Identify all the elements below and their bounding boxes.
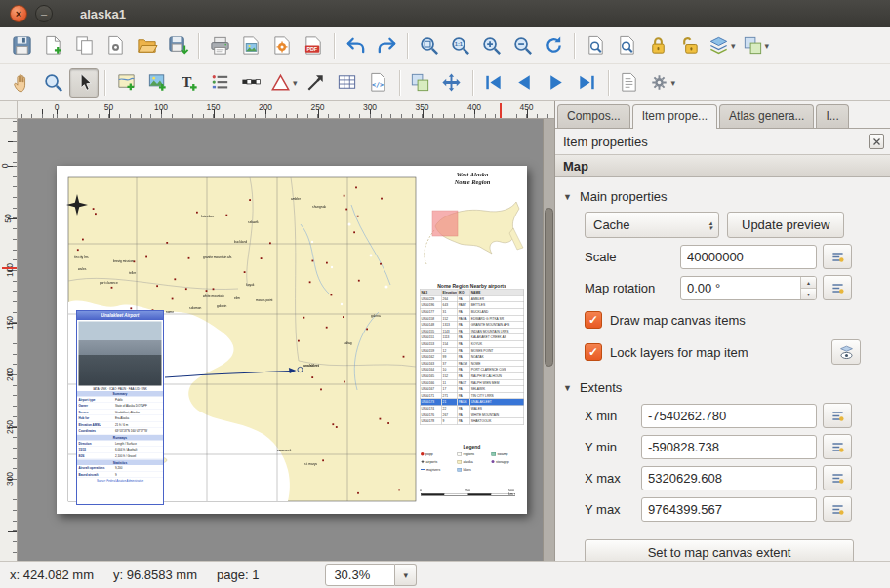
toolbar-separator	[574, 33, 575, 59]
print-button[interactable]	[205, 31, 234, 60]
move-item-content-button[interactable]	[437, 68, 466, 98]
canvas-vertical-scrollbar[interactable]	[543, 119, 554, 561]
cache-combo[interactable]: Cache ▴▾	[585, 212, 719, 238]
airports-table-frame[interactable]: Nome Region Nearby airports NA3Elevation…	[420, 283, 524, 440]
zoom-level-combo[interactable]: 30.3% ▾	[325, 564, 417, 586]
unlock-items-button[interactable]	[674, 31, 704, 60]
zoom-region-button[interactable]	[581, 31, 610, 60]
legend-item[interactable]: Legend poppairportsmajriversregionsalask…	[419, 444, 525, 487]
atlas-next-feature-button[interactable]	[542, 68, 571, 98]
legend-swatch-icon	[491, 460, 494, 463]
add-image-button[interactable]	[142, 68, 172, 98]
save-as-template-button[interactable]	[163, 31, 192, 60]
composer-canvas[interactable]: West Alaska Nome Region Nome Region Near…	[18, 119, 554, 561]
add-label-button[interactable]: T	[174, 68, 203, 98]
rotation-data-defined-button[interactable]	[823, 275, 852, 300]
draw-map-canvas-items-checkbox[interactable]: ✓ Draw map canvas items	[585, 311, 861, 329]
toolbar-separator	[399, 70, 400, 96]
panel-close-button[interactable]	[869, 134, 884, 149]
lock-items-button[interactable]	[643, 31, 672, 60]
close-button[interactable]: ×	[10, 5, 27, 22]
add-legend-button[interactable]	[205, 68, 234, 98]
export-svg-button[interactable]	[267, 31, 297, 60]
composer-toolbar: PDF1:1▾▾	[0, 27, 890, 64]
new-composition-button[interactable]	[38, 31, 67, 60]
zoom-tool-button[interactable]	[38, 68, 67, 98]
add-arrow-button[interactable]	[302, 68, 331, 98]
inset-infobox-item[interactable]: Unalakleet Airport IATA: UNK · ICAO: PAU…	[76, 310, 164, 505]
xmin-input[interactable]	[641, 404, 817, 428]
checkbox-checked[interactable]: ✓	[585, 343, 602, 361]
xmax-input[interactable]	[641, 466, 817, 490]
spin-up-icon[interactable]: ▴	[801, 277, 816, 289]
airports-table-title: Nome Region Nearby airports	[420, 283, 524, 289]
rotation-spinbox[interactable]: 0.00 ° ▴▾	[680, 276, 817, 300]
scalebar-item[interactable]: 0 250 500 km	[421, 489, 518, 496]
raise-items-button[interactable]: ▾	[706, 31, 738, 60]
scale-input[interactable]	[680, 245, 817, 269]
add-shape-button[interactable]: ▾	[267, 68, 300, 98]
zoom-dropdown-icon[interactable]: ▾	[395, 564, 417, 586]
update-preview-button[interactable]: Update preview	[727, 212, 844, 238]
composition-manager-button[interactable]	[101, 31, 130, 60]
export-image-button[interactable]	[236, 31, 265, 60]
pan-tool-button[interactable]	[7, 68, 36, 98]
map-title[interactable]: West Alaska Nome Region	[421, 171, 524, 186]
load-template-button[interactable]	[132, 31, 161, 60]
duplicate-composition-button[interactable]	[69, 31, 99, 60]
export-pdf-button[interactable]: PDF	[299, 31, 328, 60]
tab-items[interactable]: I...	[816, 104, 848, 128]
ymin-data-defined-button[interactable]	[823, 434, 852, 459]
tab-atlas-generation[interactable]: Atlas genera...	[719, 104, 814, 128]
refresh-view-button[interactable]	[539, 31, 568, 60]
ymin-input[interactable]	[641, 435, 817, 459]
ymax-input[interactable]	[641, 497, 817, 522]
tab-composition[interactable]: Compos...	[557, 104, 630, 128]
atlas-last-feature-button[interactable]	[573, 68, 602, 98]
main-properties-collapser[interactable]: ▼ Main properties	[563, 189, 890, 204]
atlas-settings-button[interactable]: ▾	[646, 68, 678, 98]
ymax-data-defined-button[interactable]	[823, 496, 852, 522]
composition-page[interactable]: West Alaska Nome Region Nome Region Near…	[57, 166, 527, 514]
atlas-preview-button[interactable]	[615, 68, 644, 98]
zoom-last-button[interactable]	[612, 31, 641, 60]
save-project-button[interactable]	[7, 31, 36, 60]
align-items-button[interactable]: ▾	[740, 31, 772, 60]
add-attribute-table-button[interactable]	[333, 68, 362, 98]
ruler-number: 150	[206, 102, 220, 112]
legend-swatch-icon	[458, 468, 463, 472]
map-city-label: port clarence	[100, 281, 118, 285]
toolbar-separator	[198, 33, 199, 59]
extents-collapser[interactable]: ▼ Extents	[563, 380, 890, 395]
set-map-canvas-extent-button[interactable]: Set to map canvas extent	[585, 539, 854, 561]
collapse-triangle-icon: ▼	[563, 383, 572, 393]
zoom-actual-size-button[interactable]: 1:1	[445, 31, 474, 60]
redo-button[interactable]	[372, 31, 401, 60]
overview-map-item[interactable]	[425, 202, 523, 264]
atlas-previous-feature-button[interactable]	[510, 68, 540, 98]
scrollbar-thumb[interactable]	[545, 208, 553, 367]
minimize-button[interactable]: –	[35, 5, 53, 22]
airports-table-row: US0017321PAUNUNALAKLEET	[420, 399, 524, 406]
xmin-data-defined-button[interactable]	[823, 403, 852, 428]
layer-visibility-button[interactable]	[831, 339, 861, 365]
spin-down-icon[interactable]: ▾	[801, 289, 816, 299]
scale-data-defined-button[interactable]	[823, 244, 852, 269]
map-city-label: tin city lrrs	[74, 255, 89, 259]
select-move-item-button[interactable]	[69, 68, 99, 98]
undo-button[interactable]	[341, 31, 370, 60]
xmax-data-defined-button[interactable]	[823, 465, 852, 490]
zoom-in-button[interactable]	[476, 31, 506, 60]
zoom-full-button[interactable]	[414, 31, 443, 60]
add-scalebar-button[interactable]	[236, 68, 265, 98]
add-html-frame-button[interactable]: </>	[364, 68, 393, 98]
checkbox-checked[interactable]: ✓	[585, 311, 602, 329]
tab-item-properties[interactable]: Item prope...	[632, 104, 717, 129]
legend-item-popp: popp	[421, 451, 455, 457]
rotation-value: 0.00 °	[687, 281, 720, 295]
group-items-button[interactable]	[406, 68, 435, 98]
add-map-button[interactable]	[111, 68, 141, 98]
lock-layers-checkbox[interactable]: ✓ Lock layers for map item	[585, 339, 861, 365]
zoom-out-button[interactable]	[507, 31, 537, 60]
atlas-first-feature-button[interactable]	[479, 68, 508, 98]
